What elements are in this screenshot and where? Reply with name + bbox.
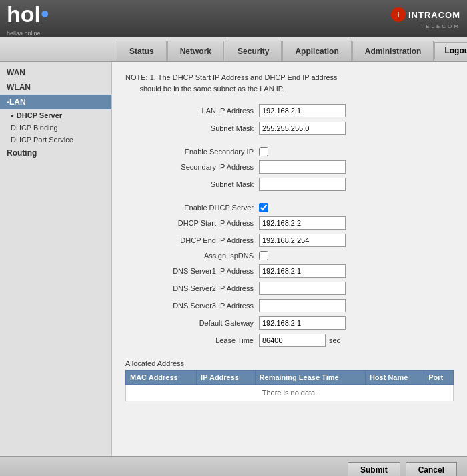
secondary-subnet-row: Subnet Mask xyxy=(125,178,454,191)
dns2-row: DNS Server2 IP Address xyxy=(125,282,454,295)
lan-ip-label: LAN IP Address xyxy=(125,107,259,115)
sidebar: WAN WLAN -LAN ● DHCP Server DHCP Binding… xyxy=(0,62,112,456)
logo: hol• hellaa online xyxy=(7,0,49,37)
lan-ip-input[interactable] xyxy=(259,104,346,117)
enable-dhcp-label: Enable DHCP Server xyxy=(125,204,259,212)
gateway-label: Default Gateway xyxy=(125,319,259,327)
dns2-input[interactable] xyxy=(259,282,346,295)
secondary-ip-row: Secondary IP Address xyxy=(125,160,454,174)
logo-text: hol xyxy=(7,1,41,27)
lease-input[interactable] xyxy=(259,334,326,347)
dhcp-end-row: DHCP End IP Address xyxy=(125,234,454,247)
logo-sub: hellaa online xyxy=(7,30,41,37)
dhcp-start-input[interactable] xyxy=(259,216,346,230)
col-lease: Remaining Lease Time xyxy=(255,371,365,385)
allocated-table: MAC Address IP Address Remaining Lease T… xyxy=(125,370,454,401)
gateway-input[interactable] xyxy=(259,316,346,330)
sidebar-item-dhcp-binding[interactable]: DHCP Binding xyxy=(0,122,111,134)
lan-ip-row: LAN IP Address xyxy=(125,104,454,117)
dhcp-start-row: DHCP Start IP Address xyxy=(125,216,454,230)
logo-dot: • xyxy=(41,0,49,27)
gateway-row: Default Gateway xyxy=(125,316,454,330)
subnet-mask-label: Subnet Mask xyxy=(125,124,259,132)
logo-area: hol• hellaa online xyxy=(7,0,49,37)
dns3-input[interactable] xyxy=(259,299,346,312)
dhcp-end-input[interactable] xyxy=(259,234,346,247)
dns1-label: DNS Server1 IP Address xyxy=(125,267,259,275)
no-data-cell: There is no data. xyxy=(126,385,454,401)
dhcp-end-label: DHCP End IP Address xyxy=(125,236,259,244)
submit-button[interactable]: Submit xyxy=(348,462,400,477)
subnet-mask-input[interactable] xyxy=(259,122,346,135)
tab-network[interactable]: Network xyxy=(167,41,224,61)
enable-dhcp-row: Enable DHCP Server xyxy=(125,203,454,212)
intracom-brand: INTRACOM xyxy=(408,10,460,20)
enable-secondary-row: Enable Secondary IP xyxy=(125,147,454,156)
intracom-tagline: TELECOM xyxy=(420,23,460,29)
col-ip: IP Address xyxy=(197,371,255,385)
secondary-ip-input[interactable] xyxy=(259,160,346,174)
sidebar-item-wlan[interactable]: WLAN xyxy=(0,80,111,95)
intracom-logo: I INTRACOM TELECOM xyxy=(391,7,460,29)
sidebar-item-lan[interactable]: -LAN xyxy=(0,95,111,109)
lease-row: Lease Time sec xyxy=(125,334,454,347)
logout-button[interactable]: Logout xyxy=(434,42,467,59)
dns3-label: DNS Server3 IP Address xyxy=(125,302,259,310)
col-host: Host Name xyxy=(365,371,424,385)
cancel-button[interactable]: Cancel xyxy=(406,462,457,477)
main-layout: WAN WLAN -LAN ● DHCP Server DHCP Binding… xyxy=(0,62,467,456)
secondary-subnet-label: Subnet Mask xyxy=(125,180,259,188)
dns1-row: DNS Server1 IP Address xyxy=(125,264,454,278)
tab-administration[interactable]: Administration xyxy=(352,41,434,61)
dns1-input[interactable] xyxy=(259,264,346,278)
navbar: Status Network Security Application Admi… xyxy=(0,37,467,62)
tab-application[interactable]: Application xyxy=(282,41,351,61)
content-area: NOTE: 1. The DHCP Start IP Address and D… xyxy=(112,62,467,456)
dns2-label: DNS Server2 IP Address xyxy=(125,284,259,292)
secondary-subnet-input[interactable] xyxy=(259,178,346,191)
col-port: Port xyxy=(424,371,454,385)
sidebar-item-dhcp-port[interactable]: DHCP Port Service xyxy=(0,134,111,146)
sidebar-item-wan[interactable]: WAN xyxy=(0,65,111,80)
lease-label: Lease Time xyxy=(125,336,259,344)
subnet-mask-row: Subnet Mask xyxy=(125,122,454,135)
footer-bar: Submit Cancel xyxy=(0,456,467,476)
bullet-icon: ● xyxy=(11,113,14,119)
secondary-ip-label: Secondary IP Address xyxy=(125,163,259,171)
allocated-label: Allocated Address xyxy=(125,359,454,367)
sidebar-item-routing[interactable]: Routing xyxy=(0,146,111,160)
intracom-icon: I INTRACOM xyxy=(391,7,460,22)
dns3-row: DNS Server3 IP Address xyxy=(125,299,454,312)
note-text: NOTE: 1. The DHCP Start IP Address and D… xyxy=(125,72,454,94)
assign-isp-row: Assign IspDNS xyxy=(125,251,454,260)
tab-security[interactable]: Security xyxy=(225,41,282,61)
table-row-no-data: There is no data. xyxy=(126,385,454,401)
col-mac: MAC Address xyxy=(126,371,197,385)
enable-secondary-checkbox[interactable] xyxy=(259,147,268,156)
assign-isp-checkbox[interactable] xyxy=(259,251,268,260)
enable-dhcp-checkbox[interactable] xyxy=(259,203,268,212)
dhcp-start-label: DHCP Start IP Address xyxy=(125,219,259,227)
intracom-circle-icon: I xyxy=(391,7,406,22)
enable-secondary-label: Enable Secondary IP xyxy=(125,148,259,156)
header: hol• hellaa online I INTRACOM TELECOM xyxy=(0,0,467,37)
tab-status[interactable]: Status xyxy=(117,41,167,61)
lease-suffix: sec xyxy=(329,336,340,344)
assign-isp-label: Assign IspDNS xyxy=(125,252,259,260)
sidebar-item-dhcp-server[interactable]: ● DHCP Server xyxy=(0,109,111,122)
